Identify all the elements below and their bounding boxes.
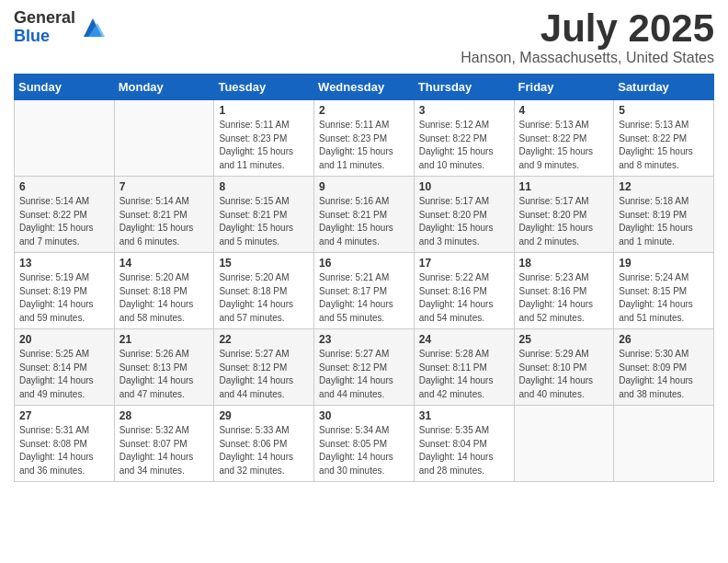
day-info: Sunrise: 5:13 AMSunset: 8:22 PMDaylight:… [519, 119, 609, 172]
day-number: 12 [619, 180, 709, 193]
title-area: July 2025 Hanson, Massachusetts, United … [461, 9, 714, 66]
day-number: 28 [119, 409, 210, 422]
day-info: Sunrise: 5:33 AMSunset: 8:06 PMDaylight:… [219, 424, 309, 477]
calendar-cell: 6Sunrise: 5:14 AMSunset: 8:22 PMDaylight… [15, 177, 115, 253]
day-number: 6 [19, 180, 109, 193]
calendar-cell [15, 100, 115, 177]
calendar-cell: 15Sunrise: 5:20 AMSunset: 8:18 PMDayligh… [214, 253, 314, 329]
calendar-cell: 1Sunrise: 5:11 AMSunset: 8:23 PMDaylight… [214, 100, 314, 177]
calendar-week-row: 1Sunrise: 5:11 AMSunset: 8:23 PMDaylight… [15, 100, 714, 177]
day-number: 15 [219, 257, 309, 270]
calendar-cell: 21Sunrise: 5:26 AMSunset: 8:13 PMDayligh… [114, 329, 214, 406]
day-info: Sunrise: 5:21 AMSunset: 8:17 PMDaylight:… [319, 271, 409, 325]
day-number: 8 [219, 180, 309, 193]
day-number: 22 [219, 333, 309, 346]
day-number: 18 [519, 257, 609, 270]
day-info: Sunrise: 5:31 AMSunset: 8:08 PMDaylight:… [19, 424, 109, 477]
day-info: Sunrise: 5:20 AMSunset: 8:18 PMDaylight:… [119, 271, 210, 325]
day-info: Sunrise: 5:26 AMSunset: 8:13 PMDaylight:… [119, 348, 210, 401]
day-number: 14 [119, 257, 210, 270]
day-info: Sunrise: 5:20 AMSunset: 8:18 PMDaylight:… [219, 271, 309, 325]
calendar-cell: 7Sunrise: 5:14 AMSunset: 8:21 PMDaylight… [114, 177, 214, 253]
day-info: Sunrise: 5:32 AMSunset: 8:07 PMDaylight:… [119, 424, 210, 477]
day-number: 5 [619, 104, 709, 117]
calendar-cell: 30Sunrise: 5:34 AMSunset: 8:05 PMDayligh… [314, 406, 415, 482]
day-number: 7 [119, 180, 210, 193]
day-info: Sunrise: 5:35 AMSunset: 8:04 PMDaylight:… [419, 424, 509, 477]
day-info: Sunrise: 5:34 AMSunset: 8:05 PMDaylight:… [319, 424, 409, 477]
location-text: Hanson, Massachusetts, United States [461, 50, 714, 66]
calendar-cell: 29Sunrise: 5:33 AMSunset: 8:06 PMDayligh… [214, 406, 314, 482]
calendar-cell: 31Sunrise: 5:35 AMSunset: 8:04 PMDayligh… [414, 406, 514, 482]
calendar-week-row: 6Sunrise: 5:14 AMSunset: 8:22 PMDaylight… [15, 177, 714, 253]
page-header: General Blue July 2025 Hanson, Massachus… [14, 9, 714, 66]
day-number: 1 [219, 104, 309, 117]
day-info: Sunrise: 5:17 AMSunset: 8:20 PMDaylight:… [519, 195, 609, 248]
day-info: Sunrise: 5:24 AMSunset: 8:15 PMDaylight:… [619, 271, 709, 325]
day-info: Sunrise: 5:23 AMSunset: 8:16 PMDaylight:… [519, 271, 609, 325]
day-info: Sunrise: 5:14 AMSunset: 8:21 PMDaylight:… [119, 195, 210, 248]
day-number: 23 [319, 333, 409, 346]
calendar-cell: 13Sunrise: 5:19 AMSunset: 8:19 PMDayligh… [15, 253, 115, 329]
calendar-cell: 18Sunrise: 5:23 AMSunset: 8:16 PMDayligh… [514, 253, 614, 329]
day-number: 29 [219, 409, 309, 422]
day-number: 17 [419, 257, 509, 270]
day-number: 4 [519, 104, 609, 117]
day-info: Sunrise: 5:27 AMSunset: 8:12 PMDaylight:… [219, 348, 309, 401]
calendar-cell: 3Sunrise: 5:12 AMSunset: 8:22 PMDaylight… [414, 100, 514, 177]
weekday-header-wednesday: Wednesday [314, 75, 415, 100]
calendar-week-row: 27Sunrise: 5:31 AMSunset: 8:08 PMDayligh… [15, 406, 714, 482]
day-number: 2 [319, 104, 409, 117]
day-number: 9 [319, 180, 409, 193]
calendar-cell: 4Sunrise: 5:13 AMSunset: 8:22 PMDaylight… [514, 100, 614, 177]
weekday-header-friday: Friday [514, 75, 614, 100]
calendar-cell [114, 100, 214, 177]
day-number: 20 [19, 333, 109, 346]
calendar-cell: 2Sunrise: 5:11 AMSunset: 8:23 PMDaylight… [314, 100, 415, 177]
calendar-cell: 17Sunrise: 5:22 AMSunset: 8:16 PMDayligh… [414, 253, 514, 329]
day-number: 24 [419, 333, 509, 346]
calendar-week-row: 20Sunrise: 5:25 AMSunset: 8:14 PMDayligh… [15, 329, 714, 406]
logo-icon [79, 14, 107, 41]
day-info: Sunrise: 5:13 AMSunset: 8:22 PMDaylight:… [619, 119, 709, 172]
day-info: Sunrise: 5:17 AMSunset: 8:20 PMDaylight:… [419, 195, 509, 248]
calendar-cell [614, 406, 714, 482]
month-title: July 2025 [461, 9, 714, 48]
day-number: 27 [19, 409, 109, 422]
calendar-cell: 24Sunrise: 5:28 AMSunset: 8:11 PMDayligh… [414, 329, 514, 406]
day-info: Sunrise: 5:27 AMSunset: 8:12 PMDaylight:… [319, 348, 409, 401]
day-info: Sunrise: 5:25 AMSunset: 8:14 PMDaylight:… [19, 348, 109, 401]
calendar-week-row: 13Sunrise: 5:19 AMSunset: 8:19 PMDayligh… [15, 253, 714, 329]
calendar-cell: 9Sunrise: 5:16 AMSunset: 8:21 PMDaylight… [314, 177, 415, 253]
calendar-cell: 23Sunrise: 5:27 AMSunset: 8:12 PMDayligh… [314, 329, 415, 406]
calendar-cell: 14Sunrise: 5:20 AMSunset: 8:18 PMDayligh… [114, 253, 214, 329]
calendar-cell: 12Sunrise: 5:18 AMSunset: 8:19 PMDayligh… [614, 177, 714, 253]
day-info: Sunrise: 5:30 AMSunset: 8:09 PMDaylight:… [619, 348, 709, 401]
calendar-cell: 27Sunrise: 5:31 AMSunset: 8:08 PMDayligh… [15, 406, 115, 482]
weekday-header-thursday: Thursday [414, 75, 514, 100]
weekday-header-saturday: Saturday [614, 75, 714, 100]
day-number: 19 [619, 257, 709, 270]
calendar-cell: 28Sunrise: 5:32 AMSunset: 8:07 PMDayligh… [114, 406, 214, 482]
day-number: 10 [419, 180, 509, 193]
calendar-cell: 10Sunrise: 5:17 AMSunset: 8:20 PMDayligh… [414, 177, 514, 253]
day-number: 30 [319, 409, 409, 422]
logo-blue-text: Blue [14, 28, 75, 46]
calendar-cell: 26Sunrise: 5:30 AMSunset: 8:09 PMDayligh… [614, 329, 714, 406]
day-number: 13 [19, 257, 109, 270]
calendar-cell: 8Sunrise: 5:15 AMSunset: 8:21 PMDaylight… [214, 177, 314, 253]
calendar-cell: 16Sunrise: 5:21 AMSunset: 8:17 PMDayligh… [314, 253, 415, 329]
day-number: 3 [419, 104, 509, 117]
day-info: Sunrise: 5:16 AMSunset: 8:21 PMDaylight:… [319, 195, 409, 248]
calendar-cell: 22Sunrise: 5:27 AMSunset: 8:12 PMDayligh… [214, 329, 314, 406]
day-info: Sunrise: 5:22 AMSunset: 8:16 PMDaylight:… [419, 271, 509, 325]
calendar-cell: 25Sunrise: 5:29 AMSunset: 8:10 PMDayligh… [514, 329, 614, 406]
weekday-header-row: SundayMondayTuesdayWednesdayThursdayFrid… [15, 75, 714, 100]
day-number: 16 [319, 257, 409, 270]
day-info: Sunrise: 5:18 AMSunset: 8:19 PMDaylight:… [619, 195, 709, 248]
day-info: Sunrise: 5:15 AMSunset: 8:21 PMDaylight:… [219, 195, 309, 248]
weekday-header-tuesday: Tuesday [214, 75, 314, 100]
weekday-header-monday: Monday [114, 75, 214, 100]
logo: General Blue [14, 9, 107, 46]
calendar-cell: 20Sunrise: 5:25 AMSunset: 8:14 PMDayligh… [15, 329, 115, 406]
